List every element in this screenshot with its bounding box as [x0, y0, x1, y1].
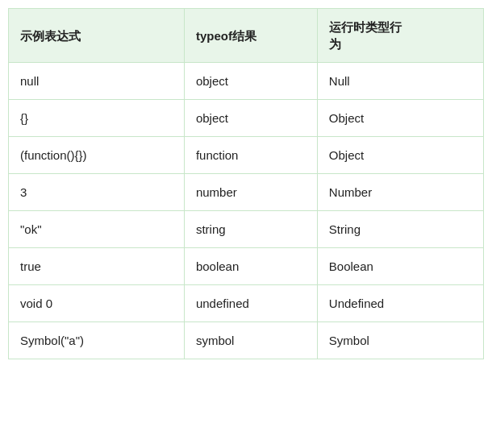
table-row: truebooleanBoolean	[9, 248, 484, 285]
table-body: nullobjectNull{}objectObject(function(){…	[9, 63, 484, 359]
cell-runtime: Number	[317, 174, 483, 211]
cell-expr: "ok"	[9, 211, 185, 248]
header-expr: 示例表达式	[9, 9, 185, 63]
cell-typeof: undefined	[184, 285, 317, 322]
type-table: 示例表达式 typeof结果 运行时类型行为 nullobjectNull{}o…	[8, 8, 484, 359]
cell-expr: {}	[9, 100, 185, 137]
cell-runtime: Object	[317, 137, 483, 174]
cell-runtime: Symbol	[317, 322, 483, 359]
cell-expr: Symbol("a")	[9, 322, 185, 359]
table-row: "ok"stringString	[9, 211, 484, 248]
table-row: 3numberNumber	[9, 174, 484, 211]
cell-typeof: object	[184, 100, 317, 137]
main-container: 示例表达式 typeof结果 运行时类型行为 nullobjectNull{}o…	[8, 8, 484, 359]
cell-typeof: string	[184, 211, 317, 248]
cell-expr: void 0	[9, 285, 185, 322]
header-typeof: typeof结果	[184, 9, 317, 63]
cell-expr: true	[9, 248, 185, 285]
cell-runtime: String	[317, 211, 483, 248]
cell-expr: 3	[9, 174, 185, 211]
cell-typeof: boolean	[184, 248, 317, 285]
header-row: 示例表达式 typeof结果 运行时类型行为	[9, 9, 484, 63]
table-row: (function(){})functionObject	[9, 137, 484, 174]
cell-expr: (function(){})	[9, 137, 185, 174]
header-runtime: 运行时类型行为	[317, 9, 483, 63]
table-row: void 0undefinedUndefined	[9, 285, 484, 322]
table-row: nullobjectNull	[9, 63, 484, 100]
cell-typeof: function	[184, 137, 317, 174]
table-row: {}objectObject	[9, 100, 484, 137]
cell-runtime: Object	[317, 100, 483, 137]
cell-runtime: Null	[317, 63, 483, 100]
cell-expr: null	[9, 63, 185, 100]
cell-typeof: object	[184, 63, 317, 100]
cell-runtime: Undefined	[317, 285, 483, 322]
table-row: Symbol("a")symbolSymbol	[9, 322, 484, 359]
cell-typeof: symbol	[184, 322, 317, 359]
cell-typeof: number	[184, 174, 317, 211]
cell-runtime: Boolean	[317, 248, 483, 285]
